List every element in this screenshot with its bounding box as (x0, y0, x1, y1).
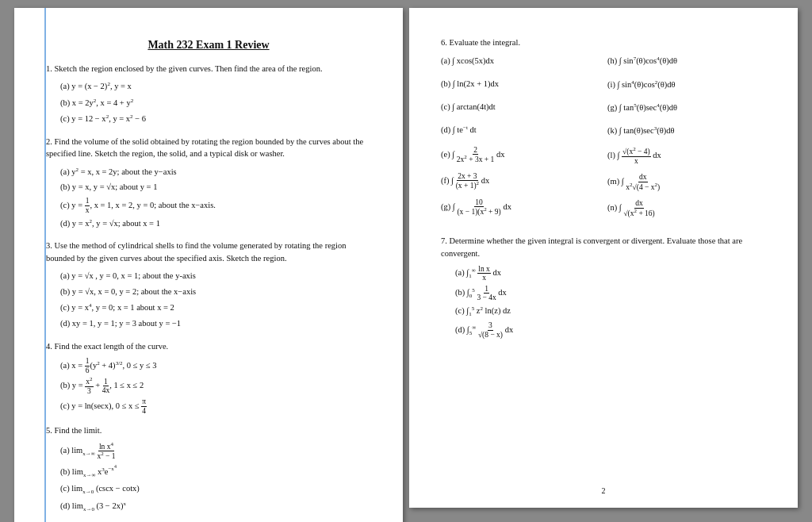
question-7: 7. Determine whether the given integral … (441, 235, 766, 339)
q7-part-c: (c) ∫15 z2 ln(z) dz (455, 305, 766, 320)
page-number-2: 2 (602, 485, 606, 497)
q5-part-b: (b) limx→∞ x3e−x4 (60, 463, 371, 480)
q4-part-b: (b) y = x23 + 14x, 1 ≤ x ≤ 2 (60, 377, 371, 395)
q6-n: (n) ∫ dx√(x2 + 16) (607, 199, 766, 217)
q6-header: 6. Evaluate the integral. (441, 36, 766, 49)
q7-part-d: (d) ∫5∞ 3√(8 − x) dx (455, 321, 766, 339)
q7-part-a: (a) ∫1∞ ln xx dx (455, 265, 766, 282)
q2-header: 2. Find the volume of the solid obtained… (46, 136, 371, 161)
q2-part-b: (b) y = x, y = √x; about y = 1 (60, 181, 371, 194)
q1-part-a: (a) y = (x − 2)2, y = x (60, 80, 371, 94)
question-1: 1. Sketch the region enclosed by the giv… (46, 63, 371, 126)
q1-header: 1. Sketch the region enclosed by the giv… (46, 63, 371, 75)
q6-b: (b) ∫ ln(2x + 1)dx (441, 77, 599, 92)
page-2: 6. Evaluate the integral. (a) ∫ xcos(5x)… (409, 8, 798, 508)
q6-g: (g) ∫ 10(x − 1)(x2 + 9) dx (441, 198, 599, 217)
q6-h: (h) ∫ sin7(θ)cos4(θ)dθ (607, 54, 766, 69)
question-2: 2. Find the volume of the solid obtained… (46, 136, 371, 231)
page-title: Math 232 Exam 1 Review (46, 36, 371, 53)
page-1: Math 232 Exam 1 Review 1. Sketch the reg… (14, 8, 403, 522)
q6-c: (c) ∫ arctan(4t)dt (441, 100, 599, 115)
q3-part-b: (b) y = √x, x = 0, y = 2; about the x−ax… (60, 286, 371, 299)
q5-part-d: (d) limx→0 (3 − 2x)x (60, 499, 371, 514)
q6-gg: (g) ∫ tan5(θ)sec4(θ)dθ (607, 101, 766, 116)
q6-m: (m) ∫ dxx2√(4 − x2) (607, 173, 766, 191)
q6-i: (i) ∫ sin4(θ)cos2(θ)dθ (607, 77, 766, 92)
q2-part-d: (d) y = x2, y = √x; about x = 1 (60, 217, 371, 230)
q6-k: (k) ∫ tan(θ)sec3(θ)dθ (607, 124, 766, 139)
q1-c-text: (c) y = 12 − x2, y = x2 − 6 (60, 114, 146, 123)
q1-part-b: (b) x = 2y2, x = 4 + y2 (60, 96, 371, 109)
q6-col-left: (a) ∫ xcos(5x)dx (b) ∫ ln(2x + 1)dx (c) … (441, 54, 599, 226)
q4-part-a: (a) x = 16(y2 + 4)3/2, 0 ≤ y ≤ 3 (60, 357, 371, 374)
q2-part-c: (c) y = 1x, x = 1, x = 2, y = 0; about t… (60, 197, 371, 214)
q1-a-text: (a) y = (x − 2)2, y = x (60, 82, 132, 90)
q3-part-c: (c) y = x4, y = 0; x = 1 about x = 2 (60, 301, 371, 315)
q3-header: 3. Use the method of cylindrical shells … (46, 240, 371, 265)
q7-header: 7. Determine whether the given integral … (441, 235, 766, 260)
q6-d: (d) ∫ te−t dt (441, 122, 599, 137)
question-4: 4. Find the exact length of the curve. (… (46, 340, 371, 416)
q6-e: (e) ∫ 22x2 + 3x + 1 dx (441, 146, 599, 164)
q3-part-d: (d) xy = 1, y = 1; y = 3 about y = −1 (60, 317, 371, 331)
blue-margin-line (44, 8, 46, 522)
q6-a: (a) ∫ xcos(5x)dx (441, 54, 599, 69)
q2-part-a: (a) y2 = x, x = 2y; about the y−axis (60, 165, 371, 178)
q6-l: (l) ∫ √(x2 − 4)x dx (607, 147, 766, 165)
question-3: 3. Use the method of cylindrical shells … (46, 240, 371, 330)
q6-col-right: (h) ∫ sin7(θ)cos4(θ)dθ (i) ∫ sin4(θ)cos2… (607, 54, 766, 226)
q5-header: 5. Find the limit. (46, 424, 371, 437)
q4-header: 4. Find the exact length of the curve. (46, 340, 371, 353)
question-6: 6. Evaluate the integral. (a) ∫ xcos(5x)… (441, 36, 766, 225)
question-5: 5. Find the limit. (a) limx→∞ ln x4x2 − … (46, 424, 371, 514)
q4-part-c: (c) y = ln(secx), 0 ≤ x ≤ π4 (60, 397, 371, 415)
q1-part-c: (c) y = 12 − x2, y = x2 − 6 (60, 112, 371, 125)
q7-part-b: (b) ∫05 13 − 4x dx (455, 285, 766, 302)
q6-columns: (a) ∫ xcos(5x)dx (b) ∫ ln(2x + 1)dx (c) … (441, 54, 766, 226)
q5-part-a: (a) limx→∞ ln x4x2 − 1 (60, 442, 371, 461)
q6-f: (f) ∫ 2x + 3(x + 1)2 dx (441, 172, 599, 190)
q3-part-a: (a) y = √x , y = 0, x = 1; about the y-a… (60, 270, 371, 283)
q1-b-text: (b) x = 2y2, x = 4 + y2 (60, 98, 133, 107)
pages-container: Math 232 Exam 1 Review 1. Sketch the reg… (14, 8, 798, 522)
q5-part-c: (c) limx→0 (cscx − cotx) (60, 482, 371, 497)
